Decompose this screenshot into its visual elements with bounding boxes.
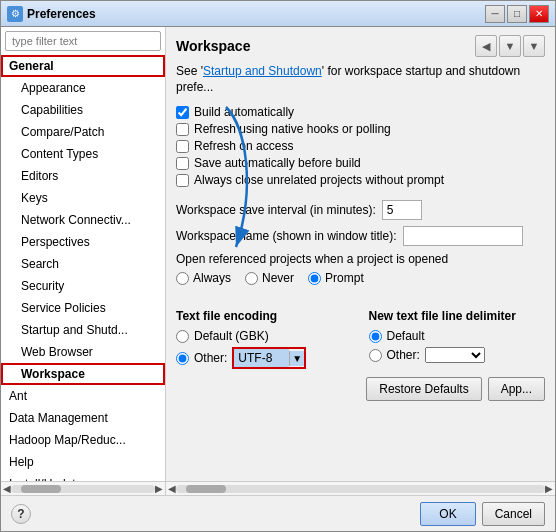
window-title: Preferences [27,7,485,21]
prompt-radio-label[interactable]: Prompt [308,271,364,285]
other-newline-row: Other: [369,347,546,363]
text-encoding-box: Text file encoding Default (GBK) Other: … [176,309,353,369]
sidebar-item-install-update[interactable]: Install/Update [1,473,165,481]
right-scroll-left-icon[interactable]: ◀ [168,483,176,494]
right-scroll-right-icon[interactable]: ▶ [545,483,553,494]
sidebar-item-content-types[interactable]: Content Types [1,143,165,165]
scroll-left-icon[interactable]: ◀ [3,483,11,494]
preferences-window: ⚙ Preferences ─ □ ✕ General Appearance C… [0,0,556,532]
refresh-native-checkbox[interactable] [176,123,189,136]
minimize-button[interactable]: ─ [485,5,505,23]
cancel-button[interactable]: Cancel [482,502,545,526]
search-input[interactable] [5,31,161,51]
other-encoding-input[interactable] [234,349,289,367]
always-radio-label[interactable]: Always [176,271,231,285]
checkbox-refresh-native: Refresh using native hooks or polling [176,122,545,136]
open-referenced-section: Open referenced projects when a project … [176,252,545,293]
sidebar: General Appearance Capabilities Compare/… [1,27,166,495]
toolbar-icons: ◀ ▼ ▼ [475,35,545,57]
horizontal-scrollbar[interactable]: ◀ ▶ [1,481,165,495]
default-line-row: Default [369,329,546,343]
other-encoding-row: Other: ▼ [176,347,353,369]
open-ref-label: Open referenced projects when a project … [176,252,545,266]
sidebar-item-help[interactable]: Help [1,451,165,473]
encoding-section: Text file encoding Default (GBK) Other: … [176,309,545,369]
refresh-access-checkbox[interactable] [176,140,189,153]
close-button[interactable]: ✕ [529,5,549,23]
sidebar-item-network[interactable]: Network Connectiv... [1,209,165,231]
save-interval-label: Workspace save interval (in minutes): [176,203,376,217]
sidebar-item-editors[interactable]: Editors [1,165,165,187]
scroll-right-icon[interactable]: ▶ [155,483,163,494]
menu-button[interactable]: ▼ [523,35,545,57]
sidebar-item-keys[interactable]: Keys [1,187,165,209]
bottom-bar: ? OK Cancel [1,495,555,531]
right-panel: Workspace ◀ ▼ ▼ See 'Startup and Shutdow… [166,27,555,495]
new-line-title: New text file line delimiter [369,309,546,323]
right-scrollbar-track [176,485,545,493]
save-interval-input[interactable] [382,200,422,220]
always-radio[interactable] [176,272,189,285]
never-radio-label[interactable]: Never [245,271,294,285]
window-icon: ⚙ [7,6,23,22]
panel-description: See 'Startup and Shutdown' for workspace… [176,63,545,95]
maximize-button[interactable]: □ [507,5,527,23]
other-newline-select[interactable] [425,347,485,363]
sidebar-item-hadoop[interactable]: Hadoop Map/Reduc... [1,429,165,451]
workspace-name-input[interactable] [403,226,523,246]
checkbox-refresh-access: Refresh on access [176,139,545,153]
sidebar-item-compare-patch[interactable]: Compare/Patch [1,121,165,143]
sidebar-item-workspace[interactable]: Workspace [1,363,165,385]
other-encoding-radio[interactable] [176,352,189,365]
title-bar: ⚙ Preferences ─ □ ✕ [1,1,555,27]
always-close-checkbox[interactable] [176,174,189,187]
sidebar-item-search[interactable]: Search [1,253,165,275]
workspace-name-row: Workspace name (shown in window title): [176,226,545,246]
save-interval-row: Workspace save interval (in minutes): [176,200,545,220]
ok-button[interactable]: OK [420,502,475,526]
never-radio[interactable] [245,272,258,285]
checkboxes-section: Build automatically Refresh using native… [176,105,545,190]
button-row: Restore Defaults App... [176,377,545,401]
restore-defaults-button[interactable]: Restore Defaults [366,377,481,401]
other-encoding-input-container: ▼ [232,347,306,369]
main-content: General Appearance Capabilities Compare/… [1,27,555,495]
window-controls: ─ □ ✕ [485,5,549,23]
sidebar-item-capabilities[interactable]: Capabilities [1,99,165,121]
open-ref-radio-group: Always Never Prompt [176,271,545,285]
right-scrollbar[interactable]: ◀ ▶ [166,481,555,495]
sidebar-item-ant[interactable]: Ant [1,385,165,407]
default-line-radio[interactable] [369,330,382,343]
sidebar-item-general[interactable]: General [1,55,165,77]
scrollbar-thumb [21,485,61,493]
panel-header: Workspace ◀ ▼ ▼ [176,35,545,57]
checkbox-save-before-build: Save automatically before build [176,156,545,170]
right-panel-content: Workspace ◀ ▼ ▼ See 'Startup and Shutdow… [166,27,555,481]
other-newline-radio[interactable] [369,349,382,362]
checkbox-build-auto: Build automatically [176,105,545,119]
startup-shutdown-link[interactable]: Startup and Shutdown [203,64,322,78]
build-auto-checkbox[interactable] [176,106,189,119]
right-scrollbar-thumb [186,485,226,493]
prompt-radio[interactable] [308,272,321,285]
default-gbk-row: Default (GBK) [176,329,353,343]
scrollbar-track [11,485,155,493]
new-line-box: New text file line delimiter Default Oth… [369,309,546,369]
forward-button[interactable]: ▼ [499,35,521,57]
sidebar-item-data-management[interactable]: Data Management [1,407,165,429]
default-gbk-radio[interactable] [176,330,189,343]
sidebar-item-security[interactable]: Security [1,275,165,297]
save-before-build-checkbox[interactable] [176,157,189,170]
sidebar-item-startup[interactable]: Startup and Shutd... [1,319,165,341]
checkbox-always-close: Always close unrelated projects without … [176,173,545,187]
sidebar-item-web-browser[interactable]: Web Browser [1,341,165,363]
sidebar-item-service-policies[interactable]: Service Policies [1,297,165,319]
help-button[interactable]: ? [11,504,31,524]
back-button[interactable]: ◀ [475,35,497,57]
tree-container: General Appearance Capabilities Compare/… [1,55,165,481]
sidebar-item-perspectives[interactable]: Perspectives [1,231,165,253]
sidebar-item-appearance[interactable]: Appearance [1,77,165,99]
other-encoding-dropdown[interactable]: ▼ [289,351,304,366]
apply-button[interactable]: App... [488,377,545,401]
workspace-name-label: Workspace name (shown in window title): [176,229,397,243]
